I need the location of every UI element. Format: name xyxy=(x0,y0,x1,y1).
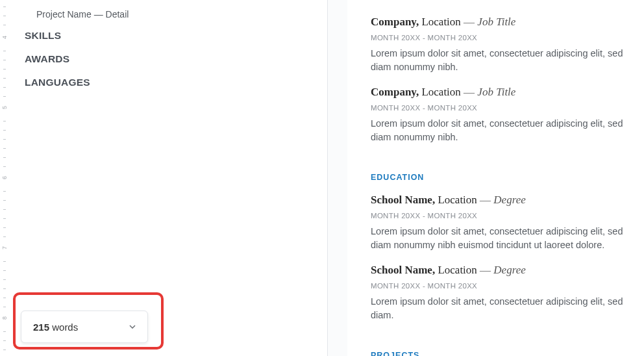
education-entry: School Name, Location — Degree MONTH 20X… xyxy=(371,194,630,252)
outline-item-skills[interactable]: SKILLS xyxy=(25,30,327,42)
experience-heading: Company, Location — Job Title xyxy=(371,86,630,99)
ruler-number: 7 xyxy=(1,246,8,249)
experience-heading: Company, Location — Job Title xyxy=(371,16,630,29)
outline-item-languages[interactable]: LANGUAGES xyxy=(25,77,327,88)
word-count-chip[interactable]: 215 words xyxy=(21,311,148,343)
outline-item-project-detail[interactable]: Project Name — Detail xyxy=(36,9,327,19)
experience-body: Lorem ipsum dolor sit amet, consectetuer… xyxy=(371,47,630,74)
experience-body: Lorem ipsum dolor sit amet, consectetuer… xyxy=(371,117,630,144)
education-dates: MONTH 20XX - MONTH 20XX xyxy=(371,282,630,290)
app-root: 4 5 6 7 8 Project Name — Detail SKILLS A… xyxy=(0,0,644,356)
outline-item-awards[interactable]: AWARDS xyxy=(25,53,327,65)
education-body: Lorem ipsum dolor sit amet, consectetuer… xyxy=(371,295,630,322)
section-label-education: EDUCATION xyxy=(371,173,630,182)
ruler-number: 8 xyxy=(1,316,8,320)
caret-down-icon xyxy=(129,325,136,329)
experience-dates: MONTH 20XX - MONTH 20XX xyxy=(371,34,630,42)
education-heading: School Name, Location — Degree xyxy=(371,194,630,207)
experience-entry: Company, Location — Job Title MONTH 20XX… xyxy=(371,16,630,74)
ruler-number: 4 xyxy=(1,36,8,39)
education-dates: MONTH 20XX - MONTH 20XX xyxy=(371,212,630,220)
document-outline: Project Name — Detail SKILLS AWARDS LANG… xyxy=(9,0,327,88)
education-entry: School Name, Location — Degree MONTH 20X… xyxy=(371,264,630,322)
section-label-projects: PROJECTS xyxy=(371,351,630,356)
ruler-number: 5 xyxy=(1,106,8,109)
experience-entry: Company, Location — Job Title MONTH 20XX… xyxy=(371,86,630,144)
education-heading: School Name, Location — Degree xyxy=(371,264,630,277)
vertical-ruler: 4 5 6 7 8 xyxy=(0,0,9,356)
ruler-number: 6 xyxy=(1,176,8,179)
education-body: Lorem ipsum dolor sit amet, consectetuer… xyxy=(371,225,630,252)
experience-dates: MONTH 20XX - MONTH 20XX xyxy=(371,104,630,112)
word-count-text: 215 words xyxy=(33,322,78,333)
document-page[interactable]: Company, Location — Job Title MONTH 20XX… xyxy=(347,0,644,356)
